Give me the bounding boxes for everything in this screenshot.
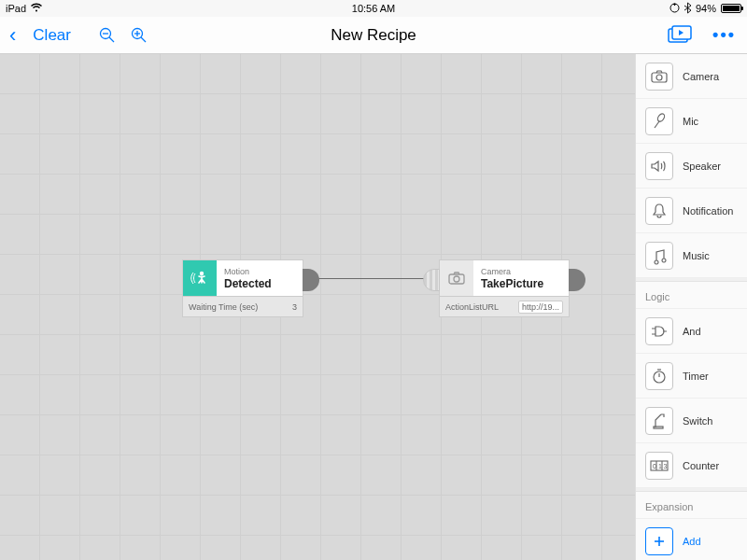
- sidebar-item-notification[interactable]: Notification: [636, 189, 747, 233]
- node-category: Camera: [481, 268, 543, 277]
- svg-point-15: [656, 112, 666, 122]
- node-category: Motion: [224, 268, 272, 277]
- clear-button[interactable]: Clear: [33, 26, 71, 45]
- mic-icon: [645, 107, 673, 135]
- battery-pct: 94%: [696, 3, 716, 14]
- status-bar: iPad 10:56 AM 94%: [0, 0, 747, 17]
- sidebar-header-expansion: Expansion: [636, 492, 747, 519]
- zoom-in-button[interactable]: [131, 27, 148, 44]
- sidebar-item-add[interactable]: Add: [636, 519, 747, 560]
- svg-line-16: [655, 121, 659, 128]
- speaker-icon: [645, 152, 673, 180]
- svg-point-10: [200, 272, 204, 275]
- node-name: Detected: [224, 277, 272, 292]
- sidebar-header-logic: Logic: [636, 282, 747, 309]
- output-port[interactable]: [569, 269, 585, 287]
- camera-icon: [645, 63, 673, 91]
- zoom-out-button[interactable]: [99, 27, 116, 44]
- node-param-label: ActionListURL: [445, 302, 499, 312]
- status-time: 10:56 AM: [352, 3, 395, 14]
- device-label: iPad: [6, 3, 26, 14]
- sidebar-item-label: Add: [683, 536, 701, 547]
- sidebar-item-switch[interactable]: Switch: [636, 399, 747, 443]
- sidebar-item-counter[interactable]: 013 Counter: [636, 443, 747, 488]
- sidebar-item-label: Timer: [683, 371, 709, 382]
- motion-icon: [183, 260, 217, 296]
- sidebar-item-label: Notification: [683, 205, 733, 217]
- sidebar-item-speaker[interactable]: Speaker: [636, 144, 747, 189]
- connection-wire: [313, 278, 425, 279]
- switch-icon: [645, 407, 673, 435]
- recipe-canvas[interactable]: Motion Detected Waiting Time (sec) 3: [0, 54, 635, 560]
- counter-icon: 013: [645, 452, 673, 480]
- sidebar-item-label: And: [683, 326, 701, 337]
- node-camera-takepicture[interactable]: Camera TakePicture ActionListURL http://…: [439, 259, 570, 317]
- orientation-lock-icon: [669, 3, 680, 15]
- node-param-value: 3: [292, 302, 297, 312]
- svg-line-2: [109, 37, 114, 42]
- nav-bar: ‹ Clear New Recipe •••: [0, 17, 747, 54]
- sidebar-item-label: Camera: [683, 71, 719, 82]
- page-title: New Recipe: [331, 26, 416, 45]
- node-param-label: Waiting Time (sec): [189, 302, 258, 312]
- bluetooth-icon: [684, 3, 691, 15]
- plus-icon: [645, 527, 673, 555]
- sidebar-item-label: Counter: [683, 460, 719, 471]
- sidebar-item-label: Speaker: [683, 161, 721, 172]
- node-motion-detected[interactable]: Motion Detected Waiting Time (sec) 3: [182, 259, 303, 317]
- svg-text:0: 0: [653, 463, 656, 469]
- svg-line-5: [141, 37, 146, 42]
- svg-text:1: 1: [658, 463, 662, 469]
- more-menu-button[interactable]: •••: [712, 25, 736, 45]
- and-gate-icon: [645, 317, 673, 345]
- svg-point-14: [656, 75, 662, 80]
- music-icon: [645, 242, 673, 270]
- bell-icon: [645, 197, 673, 225]
- sidebar-item-music[interactable]: Music: [636, 233, 747, 278]
- component-sidebar: Camera Mic Speaker Notification Music: [635, 54, 747, 560]
- timer-icon: [645, 362, 673, 390]
- input-port[interactable]: [423, 269, 440, 287]
- node-param-value: http://19...: [518, 301, 563, 314]
- wifi-icon: [31, 3, 42, 14]
- sidebar-item-and[interactable]: And: [636, 309, 747, 354]
- battery-icon: [721, 4, 741, 13]
- back-button[interactable]: ‹: [9, 25, 16, 46]
- camera-node-icon: [440, 260, 473, 296]
- sidebar-item-label: Mic: [683, 116, 698, 127]
- output-port[interactable]: [303, 269, 319, 287]
- sidebar-item-timer[interactable]: Timer: [636, 354, 747, 399]
- sidebar-item-label: Music: [683, 250, 710, 261]
- sidebar-item-mic[interactable]: Mic: [636, 99, 747, 144]
- run-recipe-button[interactable]: [668, 26, 692, 45]
- sidebar-item-label: Switch: [683, 415, 712, 427]
- node-name: TakePicture: [481, 277, 543, 292]
- sidebar-item-camera[interactable]: Camera: [636, 54, 747, 99]
- svg-point-12: [454, 276, 459, 282]
- svg-text:3: 3: [664, 463, 668, 469]
